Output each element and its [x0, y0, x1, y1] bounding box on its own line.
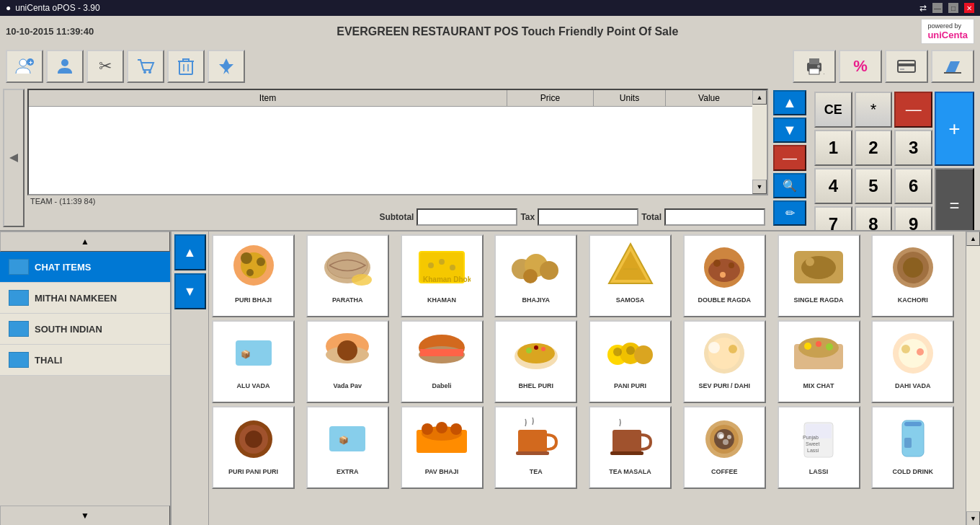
team-info: TEAM - (11:39 84)	[27, 195, 768, 207]
food-item-cold-drink[interactable]: COLD DRINK	[871, 406, 954, 489]
nav-search-button[interactable]: 🔍	[773, 173, 806, 198]
food-item-lassi[interactable]: PunjabSweetLassiLASSI	[778, 406, 860, 489]
delete-button[interactable]	[167, 50, 205, 83]
food-item-label-15: DAHI VADA	[873, 381, 953, 392]
collapse-button[interactable]	[3, 89, 24, 227]
numpad-multiply-button[interactable]: *	[855, 92, 893, 128]
cat-color-thali	[9, 352, 29, 368]
food-item-label-9: Vada Pav	[308, 381, 388, 392]
svg-point-64	[534, 345, 538, 350]
tax-field[interactable]	[538, 208, 638, 226]
sub-nav-down-button[interactable]: ▼	[174, 273, 206, 309]
scroll-track	[752, 105, 767, 180]
pin-button[interactable]	[208, 50, 245, 83]
numpad-plus-button[interactable]: +	[935, 92, 974, 166]
split-button[interactable]: ✂	[86, 50, 124, 83]
customer-button[interactable]	[46, 50, 84, 83]
food-item-sev-puri-/-dahi[interactable]: SEV PURI / DAHI	[683, 320, 766, 403]
cat-item-south-indian[interactable]: SOUTH INDIAN	[0, 314, 170, 345]
food-item-extra[interactable]: 📦EXTRA	[306, 406, 389, 489]
scroll-down-button[interactable]: ▼	[752, 180, 767, 194]
nav-edit-button[interactable]: ✏	[773, 200, 806, 226]
svg-text:📦: 📦	[241, 349, 251, 359]
sub-nav-up-button[interactable]: ▲	[174, 234, 206, 270]
food-item-bhel-puri[interactable]: BHEL PURI	[494, 320, 577, 403]
food-item-pav-bhaji[interactable]: PAV BHAJI	[401, 406, 484, 489]
print-button[interactable]: …	[793, 50, 836, 83]
nav-down-button[interactable]: ▼	[773, 118, 806, 143]
food-item-puri-pani-puri[interactable]: PURI PANI PURI	[212, 406, 295, 489]
numpad-minus-button[interactable]: —	[894, 92, 932, 128]
food-item-double-ragda[interactable]: DOUBLE RAGDA	[683, 234, 766, 317]
title-bar: ● uniCenta oPOS - 3.90 ⇄ — □ ✕	[0, 0, 980, 16]
cat-label-south-indian: SOUTH INDIAN	[35, 324, 102, 335]
numpad-4-button[interactable]: 4	[814, 168, 852, 204]
discount-button[interactable]: %	[839, 50, 882, 83]
col-units: Units	[594, 90, 666, 106]
new-customer-button[interactable]: +	[6, 50, 43, 83]
food-item-label-5: DOUBLE RAGDA	[685, 295, 765, 306]
scroll-up-button[interactable]: ▲	[752, 90, 767, 105]
grid-scroll-up-button[interactable]: ▲	[966, 231, 980, 246]
svg-rect-95	[612, 430, 641, 453]
food-item-dahi-vada[interactable]: DAHI VADA	[871, 320, 954, 403]
food-item-tea[interactable]: TEA	[494, 406, 577, 489]
svg-point-0	[19, 59, 27, 66]
nav-remove-button[interactable]: —	[773, 145, 806, 170]
food-grid-container: PURI BHAJIPARATHAKhaman DhoklaKHAMANBHAJ…	[209, 231, 966, 525]
food-item-image-19	[496, 407, 576, 467]
food-item-bhajiya[interactable]: BHAJIYA	[494, 234, 577, 317]
svg-text:…: …	[823, 69, 824, 76]
food-item-label-3: BHAJIYA	[496, 295, 576, 306]
total-field[interactable]	[664, 208, 765, 226]
cat-item-chat[interactable]: CHAT ITEMS	[0, 252, 170, 283]
payment-button[interactable]	[885, 50, 928, 83]
food-item-kachori[interactable]: KACHORI	[871, 234, 954, 317]
food-item-dabeli[interactable]: Dabeli	[401, 320, 484, 403]
food-item-label-8: ALU VADA	[213, 381, 293, 392]
food-item-single-ragda[interactable]: SINGLE RAGDA	[778, 234, 860, 317]
food-item-image-10	[402, 322, 482, 381]
food-item-puri-bhaji[interactable]: PURI BHAJI	[212, 234, 295, 317]
col-value: Value	[666, 90, 752, 106]
app-icon: ●	[6, 3, 11, 13]
svg-point-76	[804, 343, 811, 350]
food-item-khaman[interactable]: Khaman DhoklaKHAMAN	[401, 234, 484, 317]
food-item-mix-chat[interactable]: MIX CHAT	[778, 320, 860, 403]
svg-point-32	[450, 265, 455, 270]
food-item-tea-masala[interactable]: TEA MASALA	[589, 406, 672, 489]
minimize-button[interactable]: —	[932, 3, 943, 13]
food-item-label-2: KHAMAN	[402, 295, 482, 306]
food-grid: PURI BHAJIPARATHAKhaman DhoklaKHAMANBHAJ…	[212, 234, 963, 489]
cat-item-mithai[interactable]: MITHAI NAMKEEN	[0, 283, 170, 314]
close-button[interactable]: ✕	[964, 3, 974, 13]
numpad-ce-button[interactable]: CE	[814, 92, 852, 128]
svg-point-69	[626, 346, 635, 355]
cat-item-thali[interactable]: THALI	[0, 345, 170, 376]
food-item-pani-puri[interactable]: PANI PURI	[589, 320, 672, 403]
numpad-3-button[interactable]: 3	[894, 130, 932, 166]
food-item-samosa[interactable]: SAMOSA	[589, 234, 672, 317]
maximize-button[interactable]: □	[948, 3, 958, 13]
subtotal-field[interactable]	[416, 208, 517, 226]
food-item-label-18: PAV BHAJI	[402, 467, 482, 477]
nav-up-button[interactable]: ▲	[773, 90, 806, 115]
cart-button[interactable]	[127, 50, 164, 83]
food-item-paratha[interactable]: PARATHA	[306, 234, 389, 317]
food-item-alu-vada[interactable]: 📦ALU VADA	[212, 320, 295, 403]
food-item-vada-pav[interactable]: Vada Pav	[306, 320, 389, 403]
svg-point-92	[450, 423, 462, 435]
unicenta-logo: powered by uniCenta	[921, 19, 974, 44]
title-bar-right: ⇄ — □ ✕	[919, 3, 974, 13]
food-item-coffee[interactable]: COFFEE	[683, 406, 766, 489]
numpad-2-button[interactable]: 2	[855, 130, 893, 166]
svg-point-48	[806, 257, 814, 266]
food-item-image-9	[308, 322, 388, 381]
numpad-6-button[interactable]: 6	[894, 168, 932, 204]
numpad-5-button[interactable]: 5	[855, 168, 893, 204]
cat-scroll-up-button[interactable]: ▲	[0, 231, 170, 252]
cat-scroll-down-button[interactable]: ▼	[0, 506, 170, 525]
numpad-1-button[interactable]: 1	[814, 130, 852, 166]
clear-button[interactable]	[931, 50, 974, 83]
grid-scroll-down-button[interactable]: ▼	[966, 511, 980, 525]
